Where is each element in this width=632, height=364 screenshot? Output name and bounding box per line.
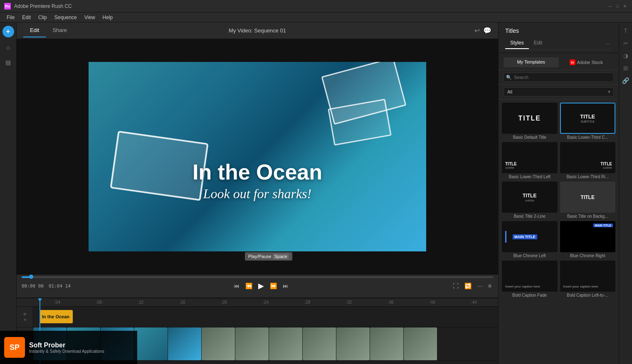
step-forward-button[interactable]: ⏩ <box>268 282 279 290</box>
template-item-bold-caption-leftto[interactable]: Insert your caption here Bold Caption Le… <box>560 261 616 298</box>
add-button[interactable]: + <box>2 26 14 37</box>
title-clip[interactable]: In the Ocean <box>40 310 73 323</box>
template-label-title2line: Basic Title 2-Line <box>502 214 558 219</box>
template-item-lower3-right[interactable]: TITLE subtitle Basic Lower-Third Ri... <box>560 142 616 179</box>
comment-button[interactable]: 💬 <box>483 27 491 34</box>
panel-tab-more[interactable]: ··· <box>604 37 612 49</box>
close-button[interactable]: ✕ <box>622 3 628 9</box>
loop-button[interactable]: 🔁 <box>463 282 473 290</box>
video-title-sub: Look out for sharks! <box>89 186 426 202</box>
watermark-text: Soft Prober Instantly & Safely Download … <box>29 342 104 354</box>
template-thumb-basic-lower3c: TITLE SUBTITLE <box>560 103 616 134</box>
left-sidebar: + ⌂ ▤ <box>0 22 17 364</box>
window-controls: ─ □ ✕ <box>607 3 628 9</box>
controls-bar: 00:00 00 01:04 14 ⏮ ⏪ ▶ ⏩ ⏭ ⛶ 🔁 ··· ≡ <box>17 274 498 298</box>
video-thumb-11 <box>370 327 403 360</box>
template-item-title2line[interactable]: TITLE subtitle Basic Title 2-Line <box>502 182 558 219</box>
app-icon: Ru <box>4 3 11 10</box>
menu-view[interactable]: View <box>81 14 99 21</box>
go-start-button[interactable]: ⏮ <box>232 282 241 290</box>
grid-tool-icon[interactable]: ⊞ <box>622 63 630 73</box>
settings-button[interactable]: ≡ <box>486 282 493 290</box>
right-side-icons: T ✂ ◑ ⊞ 🔗 <box>619 22 632 364</box>
video-thumb-12 <box>404 327 437 360</box>
track-visible-button[interactable]: 👁 <box>23 312 27 317</box>
template-label-basic-lower3c: Basic Lower-Third C... <box>560 135 616 140</box>
progress-bar[interactable] <box>22 276 493 278</box>
menu-edit[interactable]: Edit <box>19 14 34 21</box>
source-adobe-stock[interactable]: St Adobe Stock <box>559 57 614 67</box>
template-label-bold-caption-leftto: Bold Caption Left-to-... <box>560 293 616 298</box>
menubar: File Edit Clip Sequence View Help <box>0 12 632 22</box>
minimize-button[interactable]: ─ <box>607 3 613 9</box>
video-thumb-5 <box>168 327 201 360</box>
template-label-lower3-right: Basic Lower-Third Ri... <box>560 175 616 179</box>
right-panel: Titles Styles Edit ··· My Templates St A… <box>498 22 619 364</box>
video-thumb-10 <box>336 327 370 360</box>
video-thumb-4 <box>134 327 168 360</box>
title-overlay: In the Ocean Look out for sharks! <box>89 160 426 202</box>
template-thumb-bold-caption-fade: Insert your caption here <box>502 261 558 292</box>
panel-tabs: Styles Edit ··· <box>505 37 612 49</box>
time-current: 00:00 00 <box>22 283 44 289</box>
template-thumb-bluechrome-left: MAIN TITLE <box>502 221 558 252</box>
time-total: 01:04 14 <box>49 283 71 289</box>
track-delete-button[interactable]: ✕ <box>23 317 27 322</box>
template-item-basic-lower3c[interactable]: TITLE SUBTITLE Basic Lower-Third C... <box>560 103 616 140</box>
step-back-button[interactable]: ⏪ <box>244 282 254 290</box>
select-wrapper: All ▾ <box>504 87 614 96</box>
project-title: My Video: Sequence 01 <box>229 27 286 34</box>
sidebar-home-button[interactable]: ⌂ <box>2 41 15 54</box>
go-end-button[interactable]: ⏭ <box>281 282 290 290</box>
tab-share[interactable]: Share <box>46 24 74 37</box>
play-button[interactable]: ▶ <box>257 280 266 291</box>
preview-area: In the Ocean Look out for sharks! Play/P… <box>17 39 498 274</box>
tab-edit[interactable]: Edit <box>23 24 46 37</box>
center-content: Edit Share My Video: Sequence 01 ↩ 💬 In … <box>17 22 498 364</box>
template-item-basic-default[interactable]: TITLE Basic Default Title <box>502 103 558 140</box>
template-thumb-bold-caption-leftto: Insert your caption here <box>560 261 616 292</box>
template-thumb-basic-default: TITLE <box>502 103 558 134</box>
menu-file[interactable]: File <box>3 14 18 21</box>
timeline-ruler-marks: :04 :08 :12 :16 :20 :24 :28 :32 :36 :40 … <box>37 300 495 305</box>
search-input[interactable] <box>504 73 614 82</box>
menu-help[interactable]: Help <box>99 14 116 21</box>
menu-clip[interactable]: Clip <box>35 14 50 21</box>
template-item-bluechrome-right[interactable]: MAIN TITLE Blue Chrome Right <box>560 221 616 258</box>
main-layout: + ⌂ ▤ Edit Share My Video: Sequence 01 ↩… <box>0 22 632 364</box>
menu-sequence[interactable]: Sequence <box>51 14 80 21</box>
more-button[interactable]: ··· <box>476 282 484 290</box>
fullscreen-button[interactable]: ⛶ <box>451 282 460 290</box>
template-item-bold-caption-fade[interactable]: Insert your caption here Bold Caption Fa… <box>502 261 558 298</box>
watermark-logo: SP <box>4 337 25 358</box>
search-icon: 🔍 <box>506 75 512 80</box>
sidebar-library-button[interactable]: ▤ <box>2 56 15 69</box>
progress-handle[interactable] <box>29 275 33 279</box>
template-item-lower3-left[interactable]: TITLE subtitle Basic Lower-Third Left <box>502 142 558 179</box>
panel-tab-edit[interactable]: Edit <box>529 37 548 49</box>
template-thumb-lower3-right: TITLE subtitle <box>560 142 616 173</box>
title-track-content[interactable]: In the Ocean <box>33 307 498 327</box>
color-tool-icon[interactable]: ◑ <box>622 51 630 61</box>
template-label-bold-caption-fade: Bold Caption Fade <box>502 293 558 298</box>
template-label-bluechrome-right: Blue Chrome Right <box>560 253 616 258</box>
cut-tool-icon[interactable]: ✂ <box>622 38 630 48</box>
top-actions: ↩ 💬 <box>474 27 491 34</box>
undo-button[interactable]: ↩ <box>474 27 480 34</box>
video-thumb-7 <box>235 327 269 360</box>
video-thumb-8 <box>269 327 302 360</box>
template-thumb-title2line: TITLE subtitle <box>502 182 558 213</box>
text-tool-icon[interactable]: T <box>622 26 629 36</box>
maximize-button[interactable]: □ <box>615 3 620 9</box>
template-item-bluechrome-left[interactable]: MAIN TITLE Blue Chrome Left <box>502 221 558 258</box>
controls-row: 00:00 00 01:04 14 ⏮ ⏪ ▶ ⏩ ⏭ ⛶ 🔁 ··· ≡ <box>22 280 493 291</box>
template-item-titleonbg[interactable]: TITLE Basic Title on Backg... <box>560 182 616 219</box>
watermark: SP Soft Prober Instantly & Safely Downlo… <box>0 331 137 364</box>
panel-tab-styles[interactable]: Styles <box>505 37 529 49</box>
video-thumb-9 <box>303 327 336 360</box>
link-tool-icon[interactable]: 🔗 <box>620 76 631 86</box>
template-label-basic-default: Basic Default Title <box>502 135 558 140</box>
source-my-templates[interactable]: My Templates <box>504 57 559 67</box>
video-thumb-6 <box>202 327 235 360</box>
category-select[interactable]: All <box>504 87 614 96</box>
